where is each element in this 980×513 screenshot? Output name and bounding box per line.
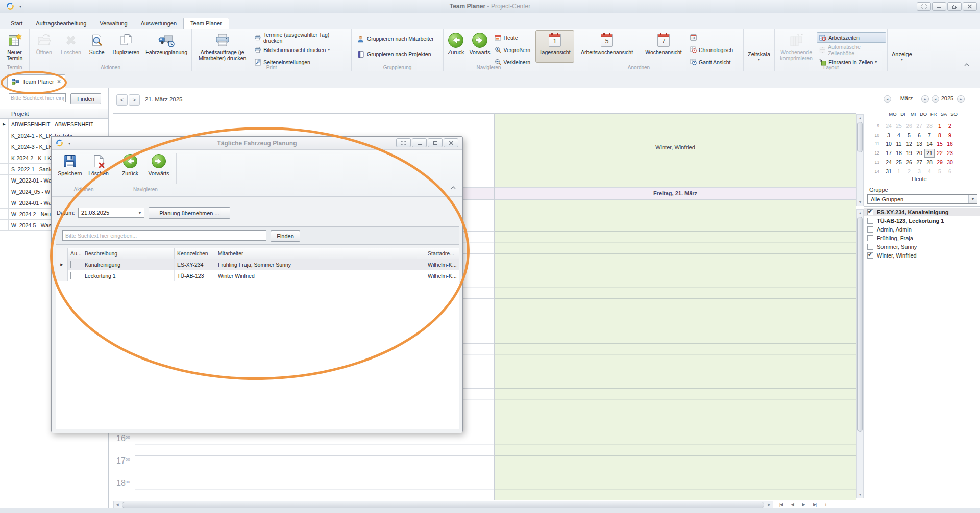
main-vertical-scrollbar[interactable]: ▲ ▼ bbox=[856, 209, 864, 498]
calendar-day[interactable]: 10 bbox=[884, 140, 894, 148]
column-header-startadresse[interactable]: Startadre... bbox=[425, 248, 459, 259]
tagesansicht-button[interactable]: 1 Tagesansicht bbox=[535, 30, 574, 63]
project-search-input[interactable] bbox=[9, 93, 66, 102]
calendar-day[interactable]: 21 bbox=[924, 149, 935, 158]
append-record-button[interactable]: + bbox=[822, 501, 830, 508]
calendar-day[interactable]: 18 bbox=[894, 149, 904, 158]
collapse-ribbon-button[interactable] bbox=[962, 61, 972, 68]
close-button[interactable] bbox=[444, 138, 458, 147]
heute-button[interactable]: Heute bbox=[864, 176, 974, 182]
gruppe-dropdown[interactable]: Alle Gruppen ▼ bbox=[867, 194, 977, 204]
next-day-button[interactable]: > bbox=[129, 94, 140, 106]
resource-list-item[interactable]: Admin, Admin bbox=[864, 225, 980, 234]
next-record-button[interactable]: ▶ bbox=[799, 501, 807, 508]
calendar-day[interactable]: 3 bbox=[884, 131, 894, 140]
horizontal-scrollbar[interactable]: ◀ ▶ bbox=[113, 501, 773, 508]
chronologisch-button[interactable]: Chronologisch bbox=[688, 44, 736, 55]
resource-list-item[interactable]: TÜ-AB-123, Leckortung 1 bbox=[864, 216, 980, 225]
project-finden-button[interactable]: Finden bbox=[70, 93, 101, 104]
scroll-left-icon[interactable]: ◀ bbox=[114, 501, 121, 508]
previous-day-button[interactable]: < bbox=[116, 94, 128, 106]
project-row[interactable]: ▶ABWESENHEIT - ABWESENHEIT bbox=[0, 119, 108, 130]
dropdown-arrow-icon[interactable]: ▼ bbox=[968, 195, 977, 203]
bildschirmansicht-drucken-button[interactable]: Bildschirmansicht drucken ▾ bbox=[252, 44, 350, 55]
calendar-day[interactable]: 1 bbox=[894, 167, 904, 176]
calendar-day[interactable]: 25 bbox=[894, 122, 904, 131]
calendar-day[interactable]: 23 bbox=[945, 149, 955, 158]
calendar-day[interactable]: 27 bbox=[914, 158, 924, 167]
oeffnen-button[interactable]: Öffnen bbox=[31, 30, 58, 63]
scroll-down-icon[interactable]: ▼ bbox=[857, 491, 863, 498]
next-month-button[interactable]: ▸ bbox=[921, 95, 929, 103]
column-header-mitarbeiter[interactable]: Mitarbeiter bbox=[215, 248, 425, 259]
calendar-day[interactable]: 13 bbox=[914, 140, 924, 148]
calendar-day[interactable]: 4 bbox=[924, 167, 935, 176]
calendar-day[interactable]: 24 bbox=[884, 122, 894, 131]
dialog-search-input[interactable] bbox=[62, 230, 266, 241]
ribbon-tab-team-planer[interactable]: Team Planer bbox=[183, 18, 229, 29]
first-record-button[interactable]: |◀ bbox=[777, 501, 785, 508]
calendar-day[interactable]: 4 bbox=[894, 131, 904, 140]
calendar-day[interactable]: 6 bbox=[914, 131, 924, 140]
wochenansicht-button[interactable]: 7 Wochenansicht bbox=[640, 30, 688, 63]
planung-uebernehmen-button[interactable]: Planung übernehmen ... bbox=[149, 207, 230, 219]
calendar-day[interactable]: 27 bbox=[914, 122, 924, 131]
arbeitsauftraege-drucken-button[interactable]: Arbeitsaufträge (je Mitarbeiter) drucken bbox=[193, 30, 252, 63]
calendar-day[interactable]: 17 bbox=[884, 149, 894, 158]
loeschen-button[interactable]: Löschen bbox=[58, 30, 85, 63]
loeschen-button[interactable]: Löschen bbox=[85, 152, 112, 184]
calendar-day[interactable]: 28 bbox=[924, 122, 935, 131]
calendar-day[interactable]: 31 bbox=[884, 167, 894, 176]
resource-list-item[interactable]: Winter, Winfried bbox=[864, 251, 980, 260]
neuer-termin-button[interactable]: Neuer Termin bbox=[1, 30, 28, 63]
vergroessern-button[interactable]: Vergrößern bbox=[492, 44, 533, 55]
previous-month-button[interactable]: ◂ bbox=[884, 95, 891, 103]
zeitskala-button[interactable]: Zeitskala ▾ bbox=[745, 30, 773, 62]
close-tab-icon[interactable]: ✕ bbox=[57, 79, 61, 84]
resource-checkbox[interactable] bbox=[867, 235, 873, 241]
row-checkbox[interactable] bbox=[70, 261, 71, 268]
calendar-day[interactable]: 28 bbox=[924, 158, 935, 167]
calendar-day[interactable]: 30 bbox=[945, 158, 955, 167]
project-column-header[interactable]: Projekt bbox=[0, 109, 108, 119]
datum-combobox[interactable]: ▼ bbox=[78, 208, 144, 218]
calendar-day[interactable]: 20 bbox=[914, 149, 924, 158]
scrollbar-thumb[interactable] bbox=[857, 217, 863, 432]
wochenende-komprimieren-button[interactable]: Wochenende komprimieren bbox=[776, 30, 817, 63]
next-year-button[interactable]: ▸ bbox=[957, 95, 965, 103]
monatsansicht-button[interactable]: 31 bbox=[688, 32, 736, 43]
calendar-day[interactable]: 26 bbox=[904, 158, 914, 167]
vehicle-plan-row[interactable]: Leckortung 1TÜ-AB-123Winter WinfriedWilh… bbox=[56, 270, 459, 281]
zurueck-button[interactable]: Zurück bbox=[445, 30, 467, 63]
ribbon-tab-auftragsbearbeitung[interactable]: Auftragsbearbeitung bbox=[29, 18, 93, 29]
calendar-day[interactable]: 29 bbox=[935, 158, 945, 167]
calendar-day[interactable]: 2 bbox=[945, 122, 955, 131]
calendar-day[interactable]: 8 bbox=[935, 131, 945, 140]
ribbon-tab-start[interactable]: Start bbox=[4, 18, 29, 29]
resource-list-item[interactable]: Sommer, Sunny bbox=[864, 242, 980, 251]
previous-record-button[interactable]: ◀ bbox=[788, 501, 796, 508]
ribbon-tab-auswertungen[interactable]: Auswertungen bbox=[134, 18, 183, 29]
collapse-toolbar-button[interactable] bbox=[448, 184, 458, 191]
scroll-up-icon[interactable]: ▲ bbox=[857, 210, 863, 216]
resource-checkbox[interactable] bbox=[867, 244, 873, 250]
resource-checkbox[interactable] bbox=[867, 209, 873, 215]
calendar-day[interactable]: 11 bbox=[894, 140, 904, 148]
gruppieren-nach-projekten-button[interactable]: Gruppieren nach Projekten bbox=[355, 48, 443, 60]
dropdown-arrow-icon[interactable]: ▼ bbox=[136, 208, 144, 217]
arbeitswochenansicht-button[interactable]: 5 Arbeitswochenansicht bbox=[574, 30, 640, 63]
resource-checkbox[interactable] bbox=[867, 226, 873, 233]
ribbon-tab-verwaltung[interactable]: Verwaltung bbox=[93, 18, 134, 29]
previous-year-button[interactable]: ◂ bbox=[932, 95, 939, 103]
calendar-day[interactable]: 15 bbox=[935, 140, 945, 148]
anzeige-button[interactable]: Anzeige ▾ bbox=[889, 30, 915, 62]
calendar-day[interactable]: 14 bbox=[924, 140, 935, 148]
scroll-up-icon[interactable]: ▲ bbox=[857, 115, 863, 121]
fahrzeugplanung-button[interactable]: Fahrzeugplanung bbox=[142, 30, 190, 63]
speichern-button[interactable]: Speichern bbox=[56, 152, 84, 184]
automatische-zellenhoehe-button[interactable]: Automatische Zellenhöhe bbox=[817, 44, 886, 55]
calendar-day[interactable]: 16 bbox=[945, 140, 955, 148]
arbeitszeiten-toggle[interactable]: Arbeitszeiten bbox=[817, 32, 886, 43]
datum-input[interactable] bbox=[79, 209, 136, 216]
delete-record-button[interactable]: − bbox=[833, 501, 841, 508]
